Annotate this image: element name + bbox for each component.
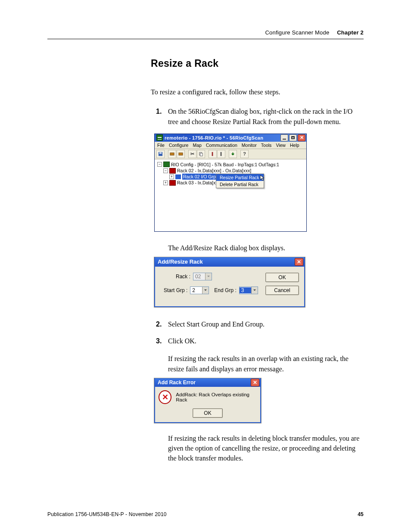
rack-add2-icon[interactable]	[177, 150, 185, 158]
cancel-button[interactable]: Cancel	[265, 286, 299, 295]
maximize-button[interactable]	[289, 134, 297, 141]
step-2: Select Start Group and End Group.	[151, 319, 364, 329]
copy-icon[interactable]	[197, 150, 205, 158]
ctx-delete-partial-rack[interactable]: Delete Partial Rack	[216, 181, 264, 188]
rack-value: 02	[193, 274, 205, 280]
dialog2-title: Add/Resize Rack	[158, 258, 203, 265]
separator	[206, 150, 208, 157]
menu-map[interactable]: Map	[193, 143, 201, 148]
page-number: 45	[358, 511, 364, 517]
expander-icon[interactable]: −	[157, 162, 162, 167]
header-chapter: Chapter 2	[337, 29, 364, 36]
add-rack-error-dialog: Add Rack Error ✕ ✕ AddRack: Rack Overlap…	[154, 378, 261, 423]
step-3: Click OK.	[151, 336, 364, 346]
start-grp-value: 2	[190, 287, 202, 293]
chevron-down-icon[interactable]	[251, 287, 258, 294]
error-icon: ✕	[159, 390, 171, 404]
help-icon[interactable]: ?	[240, 150, 249, 158]
save-icon[interactable]	[156, 150, 165, 158]
close-button[interactable]: ✕	[298, 134, 305, 141]
dialog3-titlebar[interactable]: Add Rack Error ✕	[155, 378, 260, 387]
download-icon[interactable]	[229, 150, 237, 158]
separator	[226, 150, 228, 157]
rack-select: 02	[193, 273, 212, 280]
rack-add-icon[interactable]	[168, 150, 176, 158]
expander-icon[interactable]: +	[163, 180, 168, 185]
menu-view[interactable]: View	[276, 143, 286, 148]
menu-configure[interactable]: Configure	[169, 143, 189, 148]
tree-rack03-label[interactable]: Rack 03 - Ix.Data[xxx]	[177, 180, 221, 186]
separator	[165, 150, 168, 157]
start-grp-label: Start Grp :	[164, 287, 187, 293]
svg-rect-5	[200, 153, 203, 156]
config-icon	[163, 162, 170, 167]
step-1: On the 56RioCfgScan dialog box, right-cl…	[151, 106, 364, 126]
rack-icon	[169, 180, 176, 186]
menu-help[interactable]: Help	[290, 143, 299, 148]
add-resize-rack-dialog: Add/Resize Rack ✕ Rack : 02 Start Grp :	[154, 257, 305, 307]
menu-monitor[interactable]: Monitor	[242, 143, 257, 148]
ctx-resize-partial-rack[interactable]: Resize Partial Rack	[216, 174, 264, 181]
error-message: AddRack: Rack Overlaps existing Rack	[176, 392, 257, 402]
separator	[237, 150, 240, 157]
cfgscan-window: remoterio - 1756-RIO.rio * - 56RioCfgSca…	[154, 134, 307, 232]
svg-rect-6	[212, 152, 213, 156]
titlebar[interactable]: remoterio - 1756-RIO.rio * - 56RioCfgSca…	[155, 134, 306, 142]
header-rule	[47, 39, 364, 39]
delete-modules-note: If resizing the rack results in deleting…	[168, 433, 364, 464]
publication-id: Publication 1756-UM534B-EN-P - November …	[47, 511, 167, 517]
context-menu[interactable]: Resize Partial Rack Delete Partial Rack	[216, 174, 264, 188]
dialog2-titlebar[interactable]: Add/Resize Rack ✕	[155, 257, 304, 267]
end-grp-select[interactable]: 3	[239, 286, 258, 294]
after-step1: The Add/Resize Rack dialog box displays.	[168, 243, 364, 253]
page-footer: Publication 1756-UM534B-EN-P - November …	[47, 511, 364, 517]
section-title: Resize a Rack	[151, 58, 364, 69]
menu-file[interactable]: File	[157, 143, 165, 148]
svg-rect-3	[179, 153, 183, 156]
tree-root-label[interactable]: RIO Config - [RIO1] - 57k Baud - InpTags…	[171, 162, 279, 168]
toolbar: ✂ ?	[155, 149, 306, 159]
app-icon	[156, 134, 163, 141]
expander-icon[interactable]: −	[163, 168, 168, 173]
rack-icon	[169, 168, 176, 174]
expander-icon[interactable]: +	[169, 174, 174, 179]
dialog3-title: Add Rack Error	[158, 380, 196, 386]
intro-paragraph: To resize a configured rack, follow thes…	[151, 87, 364, 97]
iogroup-icon	[175, 174, 181, 179]
ok-button[interactable]: OK	[265, 273, 299, 282]
io-tree[interactable]: − RIO Config - [RIO1] - 57k Baud - InpTa…	[155, 159, 306, 231]
minimize-button[interactable]	[280, 134, 288, 141]
ctx-item-label: Resize Partial Rack	[220, 175, 259, 180]
window-title: remoterio - 1756-RIO.rio * - 56RioCfgSca…	[165, 135, 280, 140]
header-section: Configure Scanner Mode	[265, 29, 329, 36]
menubar[interactable]: File Configure Map Communication Monitor…	[155, 142, 306, 149]
rack-label: Rack :	[164, 274, 190, 280]
separator	[185, 150, 188, 157]
overlap-note: If resizing the rack results in an overl…	[168, 354, 364, 373]
close-button[interactable]: ✕	[295, 258, 303, 266]
svg-rect-7	[221, 152, 222, 156]
cut-icon[interactable]: ✂	[188, 150, 196, 158]
svg-rect-2	[170, 153, 174, 156]
close-button[interactable]: ✕	[251, 379, 259, 386]
chevron-down-icon	[205, 273, 212, 280]
tree-rack02-label[interactable]: Rack 02 - Ix.Data[xxx] - Ox.Data[xxx]	[177, 168, 251, 174]
tool-b-icon[interactable]	[217, 150, 225, 158]
ok-button[interactable]: OK	[193, 408, 223, 418]
end-grp-value: 3	[240, 287, 251, 293]
running-header: Configure Scanner Mode Chapter 2	[265, 29, 364, 36]
chevron-down-icon[interactable]	[202, 287, 209, 294]
svg-rect-1	[159, 152, 162, 154]
start-grp-select[interactable]: 2	[190, 286, 209, 294]
tool-a-icon[interactable]	[209, 150, 217, 158]
menu-tools[interactable]: Tools	[261, 143, 272, 148]
menu-communication[interactable]: Communication	[206, 143, 237, 148]
end-grp-label: End Grp :	[214, 287, 236, 293]
